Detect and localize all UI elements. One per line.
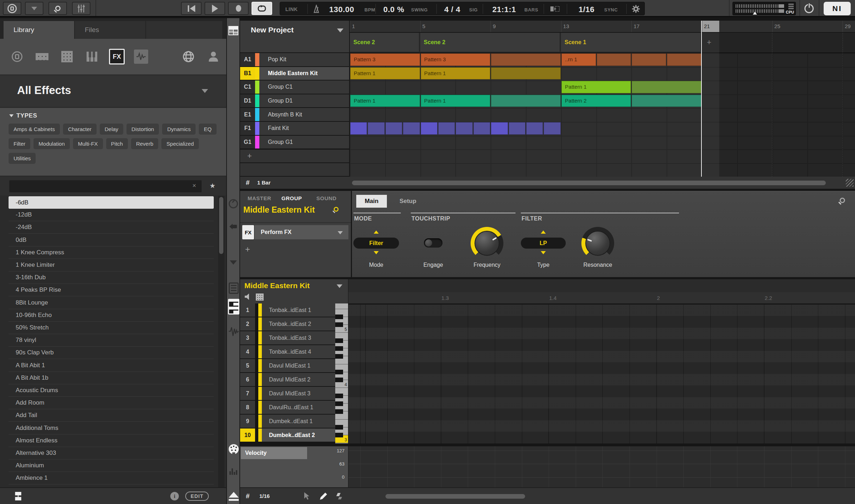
groups-filter-icon[interactable]	[34, 49, 50, 64]
engage-toggle[interactable]	[424, 238, 442, 248]
search-input[interactable]	[9, 180, 202, 192]
view-dropdown-button[interactable]	[25, 2, 43, 15]
plugin-slot[interactable]: Perform FX	[255, 225, 348, 239]
maschine-wheel-button[interactable]	[3, 2, 21, 15]
piano-key-black[interactable]	[335, 433, 343, 437]
group-row-d1[interactable]: D1Group D1	[240, 94, 349, 108]
pattern-clip[interactable]	[473, 122, 490, 135]
piano-key-black[interactable]	[335, 315, 343, 319]
type-tag[interactable]: Reverb	[131, 138, 158, 149]
group-row-b1[interactable]: B1Middle Eastern Kit	[240, 67, 349, 80]
sound-row-2[interactable]: 2Tonbak..idEast 2	[240, 317, 348, 331]
meter-marker-icon[interactable]	[753, 12, 757, 15]
editor-timeline-ruler[interactable]: 1.31.422.2	[348, 292, 855, 305]
sounds-filter-icon[interactable]	[59, 49, 75, 64]
restart-button[interactable]	[181, 2, 202, 15]
type-up-icon[interactable]	[541, 230, 546, 234]
pattern-clip[interactable]	[368, 122, 384, 135]
record-button[interactable]	[228, 2, 249, 15]
velocity-levels-icon[interactable]	[229, 466, 239, 476]
type-tag[interactable]: Modulation	[33, 138, 69, 149]
loop-button[interactable]	[252, 2, 272, 15]
type-tag[interactable]: Delay	[100, 124, 123, 135]
list-item[interactable]: A Bit Abit 1	[9, 359, 214, 372]
sound-row-8[interactable]: 8DavulRu..dEast 1	[240, 401, 348, 414]
swing-value[interactable]: 0.0 %	[383, 5, 404, 14]
list-item[interactable]: Add Room	[9, 397, 214, 409]
list-item[interactable]: 1 Knee Compress	[9, 246, 214, 259]
list-item[interactable]: 1 Knee Limiter	[9, 259, 214, 271]
resonance-knob[interactable]	[581, 227, 614, 260]
piano-key-black[interactable]	[335, 401, 343, 406]
loops-filter-icon[interactable]	[134, 50, 148, 64]
scene-cell[interactable]: Scene 1	[561, 33, 701, 52]
tab-master[interactable]: MASTER	[248, 195, 271, 201]
mode-select-button[interactable]: Filter	[353, 238, 399, 249]
arranger-grid-value[interactable]: 1 Bar	[257, 180, 271, 186]
project-header[interactable]: New Project	[240, 21, 349, 52]
plugin-plug-icon[interactable]	[228, 221, 238, 232]
list-item[interactable]: -6dB	[9, 196, 214, 209]
grid-icon[interactable]: #	[246, 492, 250, 500]
type-down-icon[interactable]	[541, 251, 546, 254]
list-item[interactable]: 10-96th Echo	[9, 309, 214, 322]
pattern-clip[interactable]	[667, 53, 701, 66]
list-item[interactable]: 3-16th Dub	[9, 271, 214, 284]
list-item[interactable]: Add Tail	[9, 409, 214, 422]
pattern-clip[interactable]	[526, 122, 543, 135]
projects-filter-icon[interactable]	[9, 49, 25, 64]
mode-down-icon[interactable]	[374, 251, 379, 254]
editor-grid-value[interactable]: 1/16	[259, 493, 270, 499]
control-view-icon[interactable]	[229, 199, 238, 208]
sound-row-4[interactable]: 4Tonbak..idEast 4	[240, 345, 348, 358]
piano-key-black[interactable]	[335, 370, 343, 374]
user-content-icon[interactable]	[206, 49, 221, 64]
list-view-icon[interactable]	[229, 282, 239, 294]
scene-cell[interactable]: Scene 2	[420, 33, 560, 52]
arranger-timeline-ruler[interactable]: 1591317212529	[350, 21, 855, 32]
list-item[interactable]: 50% Stretch	[9, 322, 214, 334]
frequency-knob[interactable]	[471, 227, 503, 260]
pattern-clip[interactable]	[509, 122, 525, 135]
piano-key-black[interactable]	[335, 354, 343, 359]
filter-type-button[interactable]: LP	[521, 238, 566, 249]
list-item[interactable]: Alternative 303	[9, 447, 214, 459]
list-item[interactable]: A Bit Abit 1b	[9, 372, 214, 384]
piano-roll-view-icon[interactable]	[228, 299, 239, 315]
pattern-clip[interactable]: Pattern 3	[421, 53, 491, 66]
add-group-button[interactable]: +	[240, 150, 349, 162]
pencil-tool-icon[interactable]	[319, 492, 328, 500]
pattern-clip[interactable]: Pattern 1	[350, 95, 420, 107]
bpm-value[interactable]: 130.00	[329, 5, 354, 14]
type-tag[interactable]: EQ	[199, 124, 217, 135]
sound-row-3[interactable]: 3Tonbak..idEast 3	[240, 331, 348, 344]
arranger-view-icon[interactable]	[228, 26, 238, 35]
tab-main[interactable]: Main	[356, 195, 387, 208]
pattern-clip[interactable]	[421, 122, 437, 135]
piano-keyboard[interactable]: 345	[335, 303, 348, 443]
type-tag[interactable]: Distortion	[126, 124, 159, 135]
piano-key-black[interactable]	[335, 338, 343, 343]
pattern-clip[interactable]	[456, 122, 472, 135]
pattern-clip[interactable]	[491, 67, 561, 80]
list-item[interactable]: Aluminium	[9, 459, 214, 472]
list-scrollbar-thumb[interactable]	[219, 197, 223, 254]
edit-button[interactable]: EDIT	[185, 492, 209, 501]
tab-sound[interactable]: SOUND	[316, 195, 337, 201]
online-library-icon[interactable]	[181, 49, 196, 64]
signature-value[interactable]: 4 / 4	[444, 5, 460, 14]
type-tag[interactable]: Character	[63, 124, 97, 135]
scene-cell[interactable]: Scene 2	[350, 33, 420, 52]
group-row-g1[interactable]: G1Group G1	[240, 136, 349, 149]
list-item[interactable]: 8Bit Lounge	[9, 297, 214, 309]
mode-up-icon[interactable]	[374, 230, 379, 234]
list-item[interactable]: 4 Peaks BP Rise	[9, 284, 214, 296]
group-row-f1[interactable]: F1Faint Kit	[240, 122, 349, 135]
mixer-toggle-button[interactable]	[72, 2, 90, 15]
info-icon[interactable]: i	[170, 492, 179, 500]
tab-library[interactable]: Library	[4, 21, 74, 39]
song-position-value[interactable]: 21:1:1	[492, 5, 516, 14]
list-item[interactable]: Acoustic Drums	[9, 384, 214, 397]
type-tag[interactable]: Multi-FX	[73, 138, 103, 149]
piano-key-black[interactable]	[335, 346, 343, 351]
